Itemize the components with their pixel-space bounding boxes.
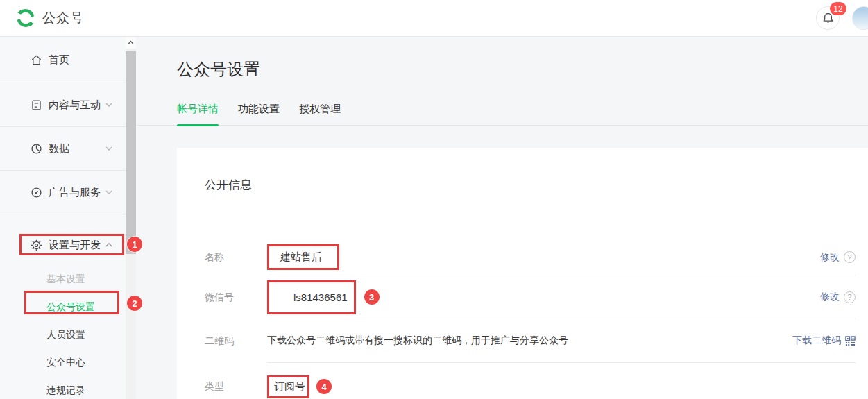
row-name-label: 名称 xyxy=(205,239,267,275)
submenu-item-violation-records[interactable]: 违规记录 xyxy=(0,377,126,399)
download-qrcode-label: 下载二维码 xyxy=(792,334,841,347)
page-title: 公众号设置 xyxy=(177,58,260,80)
scrollbar-thumb[interactable] xyxy=(126,51,136,254)
step-4-marker: 4 xyxy=(316,379,332,394)
submenu-item-staff-settings[interactable]: 人员设置 xyxy=(0,321,126,349)
notifications-button[interactable]: 12 xyxy=(816,6,840,30)
section-title: 公开信息 xyxy=(205,178,856,193)
ads-icon xyxy=(31,187,42,198)
chevron-down-icon xyxy=(105,188,113,196)
annotation-box-wechat-id: ls81436561 xyxy=(267,280,356,314)
sidebar-item-data[interactable]: 数据 xyxy=(0,127,126,171)
public-info-card: 公开信息 名称 建站售后 修改 ? xyxy=(177,148,868,399)
tab-account-details[interactable]: 帐号详情 xyxy=(177,99,219,125)
annotation-box-name: 建站售后 xyxy=(267,244,339,270)
chevron-down-icon xyxy=(105,144,113,153)
app-header: 公众号 12 xyxy=(0,0,868,37)
account-name-value: 建站售后 xyxy=(280,251,322,264)
wechat-official-accounts-logo xyxy=(15,8,36,28)
submenu-item-label: 安全中心 xyxy=(46,357,85,369)
tab-bar: 帐号详情 功能设置 授权管理 xyxy=(136,99,868,126)
notification-count-badge: 12 xyxy=(830,2,846,15)
sidebar-item-settings-dev[interactable]: 设置与开发 xyxy=(0,228,126,262)
modify-label: 修改 xyxy=(820,251,840,264)
brand-title: 公众号 xyxy=(42,9,84,27)
scrollbar-up-arrow[interactable] xyxy=(126,37,136,49)
submenu-item-label: 公众号设置 xyxy=(46,301,95,314)
submenu-item-label: 违规记录 xyxy=(46,384,85,397)
sidebar-scrollbar[interactable] xyxy=(126,37,136,399)
row-account-type: 类型 订阅号 4 xyxy=(205,363,856,399)
row-wechat-id: 微信号 ls81436561 3 修改 ? xyxy=(205,275,856,319)
row-qrcode: 二维码 下载公众号二维码或带有搜一搜标识的二维码，用于推广与分享公众号 下载二维… xyxy=(205,319,856,363)
modify-name-link[interactable]: 修改 ? xyxy=(820,251,856,264)
account-type-value: 订阅号 xyxy=(274,380,305,393)
step-3-marker: 3 xyxy=(364,289,380,305)
sidebar-item-label: 设置与开发 xyxy=(49,239,101,252)
tab-authorization[interactable]: 授权管理 xyxy=(299,99,341,125)
sidebar-item-label: 广告与服务 xyxy=(49,186,101,199)
header-actions: 12 xyxy=(816,6,868,30)
content-icon xyxy=(31,99,42,111)
help-icon[interactable]: ? xyxy=(844,291,856,303)
data-icon xyxy=(31,143,42,155)
submenu-item-security-center[interactable]: 安全中心 xyxy=(0,349,126,377)
sidebar-item-label: 首页 xyxy=(49,53,69,67)
row-wechat-id-label: 微信号 xyxy=(205,275,267,319)
avatar[interactable] xyxy=(852,6,868,30)
modify-label: 修改 xyxy=(820,291,840,303)
home-icon xyxy=(31,54,42,66)
chevron-down-icon xyxy=(105,101,113,109)
row-account-type-label: 类型 xyxy=(205,367,267,399)
qrcode-description: 下载公众号二维码或带有搜一搜标识的二维码，用于推广与分享公众号 xyxy=(267,334,568,347)
gear-icon xyxy=(31,239,42,251)
sidebar-item-content[interactable]: 内容与互动 xyxy=(0,83,126,127)
step-1-marker: 1 xyxy=(127,237,142,252)
submenu-item-label: 基本设置 xyxy=(46,273,85,286)
qrcode-icon xyxy=(845,336,856,346)
row-qrcode-label: 二维码 xyxy=(205,319,267,363)
modify-wechat-id-link[interactable]: 修改 ? xyxy=(820,291,856,303)
wechat-id-value: ls81436561 xyxy=(293,291,348,303)
submenu-item-account-settings[interactable]: 公众号设置 xyxy=(0,294,126,321)
help-icon[interactable]: ? xyxy=(844,251,856,263)
annotation-box-type: 订阅号 xyxy=(267,375,309,398)
settings-submenu: 基本设置 公众号设置 人员设置 安全中心 违规记录 xyxy=(0,262,126,399)
sidebar-item-label: 数据 xyxy=(49,142,69,155)
sidebar: 首页 内容与互动 数据 广告与服务 xyxy=(0,37,126,399)
sidebar-item-home[interactable]: 首页 xyxy=(0,37,126,83)
download-qrcode-link[interactable]: 下载二维码 xyxy=(792,334,856,347)
submenu-item-basic-settings[interactable]: 基本设置 xyxy=(0,266,126,294)
row-name: 名称 建站售后 修改 ? xyxy=(205,239,856,275)
sidebar-item-label: 内容与互动 xyxy=(49,99,101,112)
step-2-marker: 2 xyxy=(127,296,142,311)
main-content: 公众号设置 帐号详情 功能设置 授权管理 公开信息 名称 建站售后 修改 xyxy=(136,37,868,399)
chevron-up-icon xyxy=(105,241,113,249)
submenu-item-label: 人员设置 xyxy=(46,329,85,341)
sidebar-item-ads[interactable]: 广告与服务 xyxy=(0,171,126,214)
tab-feature-settings[interactable]: 功能设置 xyxy=(238,99,280,125)
